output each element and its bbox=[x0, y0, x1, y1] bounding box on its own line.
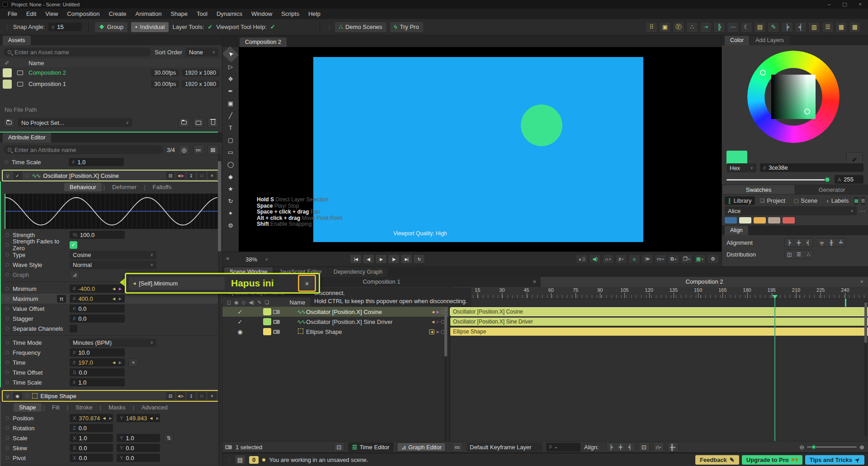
align-center-icon[interactable]: ╪ bbox=[616, 443, 625, 451]
tab-align[interactable]: Align bbox=[725, 226, 748, 235]
time-editor-button[interactable]: ☰Time Editor bbox=[348, 442, 394, 452]
group-button[interactable]: ❖Group bbox=[95, 22, 127, 32]
frame-tag-icon[interactable]: ◖0 bbox=[576, 254, 588, 264]
keyframe-dot[interactable] bbox=[5, 317, 9, 320]
attribute-search-input[interactable]: Enter an Attribute name bbox=[4, 145, 163, 154]
timeline-ruler[interactable]: 0153045607590105120135150165180195210225… bbox=[450, 287, 868, 299]
scrollbar[interactable] bbox=[444, 307, 447, 442]
value-field[interactable]: #-400.0◀▶ bbox=[70, 285, 125, 293]
node-icon[interactable]: ∷ bbox=[197, 392, 206, 400]
keyframe-dot[interactable] bbox=[5, 436, 9, 440]
statusbar-grip[interactable]: ⋮ bbox=[226, 456, 231, 463]
value-field[interactable]: X1.0 bbox=[70, 434, 113, 442]
value-field[interactable]: Z0.0 bbox=[70, 424, 113, 432]
align-icon[interactable]: ╫ bbox=[827, 238, 836, 247]
checker-icon[interactable]: ▦▸ bbox=[694, 254, 706, 264]
dropdown[interactable]: Cosine∨ bbox=[70, 251, 156, 259]
demo-scenes-button[interactable]: ∴Demo Scenes bbox=[335, 22, 387, 32]
value-field[interactable]: S0.0 bbox=[70, 368, 125, 376]
menu-tool[interactable]: Tool bbox=[193, 10, 212, 18]
box-select-icon[interactable]: ⊡ bbox=[639, 442, 650, 452]
star-tool-icon[interactable]: ★ bbox=[224, 183, 237, 194]
timeline-row[interactable]: Oscillator [Position.X] Sine Driver bbox=[450, 317, 868, 327]
subtab-generator[interactable]: Generator bbox=[795, 185, 868, 195]
library-button-library[interactable]: ║Library bbox=[725, 196, 755, 205]
direct-select-tool-icon[interactable]: ▷ bbox=[224, 61, 237, 72]
menu-file[interactable]: File bbox=[4, 10, 21, 18]
ellipse-tool-icon[interactable]: ◯ bbox=[224, 159, 237, 170]
scatter-icon[interactable]: ∴ bbox=[686, 22, 698, 33]
layer-row[interactable]: ◉Ellipse Shape◀▶ bbox=[222, 327, 448, 337]
tab-dependency-graph[interactable]: Dependency Graph bbox=[328, 267, 388, 277]
keyframe-dot[interactable] bbox=[5, 327, 9, 330]
align-icon[interactable]: ╡ bbox=[804, 238, 813, 247]
pen-tool-icon[interactable]: ✒ bbox=[224, 86, 237, 96]
asset-color-swatch[interactable] bbox=[3, 68, 12, 77]
keyframe-next-icon[interactable]: ▷ bbox=[437, 320, 439, 324]
upgrade-to-pro-button[interactable]: Upgrade to Pro bbox=[742, 455, 802, 465]
value-field[interactable]: Y149.843◀▶ bbox=[117, 414, 160, 422]
viewport-tab-composition-2[interactable]: Composition 2 bbox=[240, 38, 287, 47]
menu-composition[interactable]: Composition bbox=[63, 10, 104, 18]
remove-connection-button[interactable]: × bbox=[128, 358, 138, 367]
value-field[interactable]: #0.0 bbox=[70, 304, 125, 313]
keyframe-dot[interactable] bbox=[5, 233, 9, 237]
list-view-icon[interactable]: ☰ bbox=[861, 197, 865, 205]
keyframe-prev-icon[interactable]: ◀ bbox=[113, 287, 115, 291]
stack-icon[interactable]: ⧉▸ bbox=[668, 254, 679, 264]
value-field[interactable]: #197.0◀▶ bbox=[70, 358, 125, 366]
keyframe-prev-icon[interactable]: ◀ bbox=[432, 320, 434, 324]
list-remove-icon[interactable]: ⊟ bbox=[166, 171, 175, 180]
subtab-swatches[interactable]: Swatches bbox=[722, 185, 795, 195]
graph-editor-button[interactable]: ⊿Graph Editor bbox=[397, 442, 446, 452]
keyframe-nav-icon[interactable]: ◀▶ bbox=[176, 392, 185, 400]
go-to-end-button[interactable]: ▶| bbox=[401, 254, 412, 264]
keyframe-dot[interactable] bbox=[5, 341, 9, 344]
pi-badge[interactable]: π bbox=[57, 295, 66, 303]
keyframe-dot[interactable] bbox=[25, 394, 29, 398]
pen-icon[interactable]: ✎ bbox=[768, 22, 779, 33]
keyframe-next-icon[interactable]: ▶ bbox=[109, 416, 112, 420]
layer-tools-check-icon[interactable]: ✓ bbox=[208, 24, 212, 30]
close-icon[interactable]: × bbox=[208, 171, 217, 180]
timeline-bar[interactable]: Ellipse Shape bbox=[450, 328, 868, 336]
tag-icon[interactable]: ❏ bbox=[265, 300, 269, 305]
keyframe-next-icon[interactable]: ▶ bbox=[437, 310, 439, 314]
grid-view-icon[interactable]: ▦ bbox=[854, 197, 859, 205]
viewport-settings-icon[interactable]: ⚙ bbox=[707, 254, 719, 264]
columns-icon[interactable]: ▥ bbox=[808, 22, 820, 33]
dots-grid-icon[interactable]: ⠿ bbox=[646, 22, 657, 33]
scrollbar[interactable] bbox=[864, 300, 867, 436]
layout-icon[interactable]: ≡ bbox=[628, 254, 640, 264]
keyframe-next-icon[interactable]: ▶ bbox=[437, 330, 439, 334]
tab-falloffs[interactable]: Falloffs bbox=[147, 183, 177, 191]
trash-icon[interactable] bbox=[208, 118, 218, 128]
keyframe-dot[interactable] bbox=[5, 371, 9, 374]
tab-add-layers[interactable]: Add Layers bbox=[750, 36, 789, 45]
tag-icon[interactable] bbox=[273, 330, 280, 334]
close-button[interactable]: × bbox=[859, 1, 862, 7]
dropdown[interactable]: Normal∨ bbox=[70, 261, 156, 269]
value-field[interactable]: #400.0◀▶ bbox=[70, 295, 125, 303]
connection-popover[interactable]: ◀[Self].Minimum Hapus ini × bbox=[125, 273, 320, 294]
checkbox[interactable]: ✓ bbox=[70, 241, 77, 249]
select-tool-icon[interactable]: ➤ bbox=[222, 46, 239, 63]
enabled-check-icon[interactable]: ✓ bbox=[235, 319, 245, 325]
keyframe-dot[interactable] bbox=[5, 243, 9, 247]
loop-button[interactable]: ↻ bbox=[413, 254, 425, 264]
zoom-level-dropdown[interactable]: 38%∨ bbox=[242, 255, 271, 264]
go-to-start-button[interactable]: |◀ bbox=[350, 254, 362, 264]
tab-behaviour[interactable]: Behaviour bbox=[64, 183, 102, 191]
keyframe-dot[interactable] bbox=[5, 351, 9, 354]
connected-attribute-field[interactable]: ◀[Self].Minimum bbox=[129, 277, 225, 290]
timeline-row[interactable]: Ellipse Shape bbox=[450, 327, 868, 337]
palette-swatch[interactable] bbox=[768, 217, 780, 223]
enabled-check-icon[interactable]: ✓ bbox=[235, 309, 245, 315]
value-field[interactable]: #0.0 bbox=[70, 314, 125, 323]
value-field[interactable]: X370.874◀▶ bbox=[70, 414, 113, 422]
enabled-check-icon[interactable]: ✓ bbox=[13, 171, 22, 180]
try-pro-button[interactable]: ϟTry Pro bbox=[390, 22, 423, 32]
console-icon[interactable]: ▤ bbox=[235, 455, 245, 465]
color-mode-dropdown[interactable]: Hex∨ bbox=[726, 163, 756, 172]
keyframe-dot[interactable] bbox=[5, 361, 9, 364]
